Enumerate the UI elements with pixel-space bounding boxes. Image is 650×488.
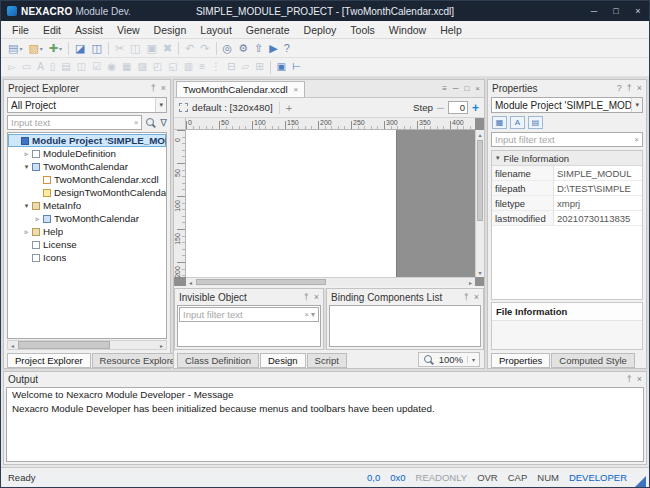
- menu-item-view[interactable]: View: [110, 21, 147, 39]
- save-button[interactable]: ◪: [73, 40, 87, 57]
- menu-item-assist[interactable]: Assist: [68, 21, 110, 39]
- property-row-lastmodified[interactable]: lastmodified20210730113835: [492, 211, 642, 226]
- tab-project-explorer[interactable]: Project Explorer: [7, 353, 91, 369]
- close-tab-icon[interactable]: ×: [294, 85, 299, 94]
- restore-window-icon[interactable]: □: [464, 84, 469, 93]
- combo-component-icon[interactable]: ◫: [75, 59, 88, 76]
- tree-item-license[interactable]: License: [8, 238, 166, 251]
- properties-filter-input[interactable]: [495, 134, 632, 145]
- scroll-right-icon[interactable]: ▸: [466, 278, 475, 286]
- textarea-component-icon[interactable]: ▤: [59, 59, 72, 76]
- paste-button[interactable]: ▣: [145, 40, 159, 57]
- tree-hscrollbar[interactable]: ◂ ▸: [7, 340, 167, 350]
- scroll-right-icon[interactable]: ▸: [157, 341, 166, 349]
- scrollbar-thumb[interactable]: [477, 140, 483, 221]
- tree-item-moduledefinition[interactable]: ▹ModuleDefinition: [8, 147, 166, 160]
- design-hscrollbar[interactable]: ◂ ▸: [186, 277, 475, 286]
- property-row-filetype[interactable]: filetypexmprj: [492, 196, 642, 211]
- zoom-control[interactable]: 100% ▾: [418, 352, 480, 367]
- delete-button[interactable]: ✖: [161, 40, 174, 57]
- add-frame-button[interactable]: +: [286, 102, 292, 114]
- tab-component-icon[interactable]: ◱: [166, 59, 179, 76]
- search-icon[interactable]: [145, 117, 157, 129]
- new-file-button[interactable]: ▤▾: [6, 40, 24, 57]
- section-collapse-icon[interactable]: ▾: [496, 154, 500, 162]
- window-list-icon[interactable]: ≡: [442, 84, 447, 93]
- add-item-button[interactable]: ✚▾: [47, 40, 64, 57]
- document-tab[interactable]: TwoMonthCalendar.xcdl ×: [176, 81, 305, 97]
- step-value[interactable]: 0: [448, 101, 468, 114]
- groupbox-component-icon[interactable]: ⊞: [253, 59, 265, 76]
- calendar-component-icon[interactable]: ▥: [182, 59, 195, 76]
- clear-search-icon[interactable]: ×: [134, 118, 139, 127]
- div-component-icon[interactable]: ◰: [151, 59, 164, 76]
- tab-class-definition[interactable]: Class Definition: [177, 353, 259, 369]
- design-canvas[interactable]: [186, 130, 397, 277]
- slider-component-icon[interactable]: ⊟: [225, 59, 237, 76]
- close-window-icon[interactable]: ×: [475, 84, 480, 93]
- close-panel-icon[interactable]: ×: [637, 84, 642, 93]
- maximize-button[interactable]: □: [605, 1, 627, 21]
- invisible-object-filter-input[interactable]: [183, 309, 302, 320]
- scroll-up-icon[interactable]: ▴: [476, 130, 484, 139]
- project-search-input[interactable]: [11, 117, 132, 128]
- listbox-component-icon[interactable]: ≡: [197, 59, 207, 76]
- close-panel-icon[interactable]: ×: [474, 293, 479, 302]
- tree-item-twomonthcalendar[interactable]: ▾TwoMonthCalendar: [8, 160, 166, 173]
- layout-manager-icon[interactable]: ▣: [275, 59, 288, 76]
- undo-button[interactable]: ↶: [183, 40, 196, 57]
- menu-item-layout[interactable]: Layout: [193, 21, 239, 39]
- tab-properties[interactable]: Properties: [491, 353, 550, 369]
- pin-icon[interactable]: †: [304, 293, 309, 302]
- frame-preset-label[interactable]: default : [320x480]: [192, 102, 273, 113]
- clear-filter-icon[interactable]: ×: [304, 310, 309, 319]
- open-button[interactable]: ▧▾: [26, 40, 44, 57]
- save-all-button[interactable]: ◫: [89, 40, 103, 57]
- deploy-button[interactable]: ⇧: [252, 40, 265, 57]
- pin-icon[interactable]: †: [627, 84, 632, 93]
- pin-icon[interactable]: †: [627, 375, 632, 384]
- step-increase-button[interactable]: +: [472, 101, 479, 115]
- progressbar-component-icon[interactable]: ▱: [239, 59, 251, 76]
- property-sheet-icon[interactable]: ▤: [528, 116, 543, 129]
- step-decrease-button[interactable]: ─: [437, 102, 444, 113]
- image-component-icon[interactable]: ▨: [135, 59, 148, 76]
- help-icon[interactable]: ?: [617, 84, 622, 93]
- output-content[interactable]: Welcome to Nexacro Module Developer - Me…: [6, 387, 644, 462]
- cut-button[interactable]: ✂: [113, 40, 126, 57]
- help-button[interactable]: ?: [282, 40, 292, 57]
- menu-item-file[interactable]: File: [5, 21, 36, 39]
- properties-section-header[interactable]: ▾ File Information: [492, 151, 642, 166]
- static-text-component-icon[interactable]: A: [35, 59, 46, 76]
- run-button[interactable]: ▶: [267, 40, 279, 57]
- search-button[interactable]: ◎: [221, 40, 235, 57]
- minimize-window-icon[interactable]: ─: [453, 84, 459, 93]
- button-component-icon[interactable]: ▭: [20, 59, 33, 76]
- alphabetical-view-icon[interactable]: A: [510, 116, 525, 129]
- tree-item-designtwomonthcalendar-js[interactable]: DesignTwoMonthCalendar.js: [8, 186, 166, 199]
- scroll-left-icon[interactable]: ◂: [186, 278, 195, 286]
- tree-item-twomonthcalendar[interactable]: ▹TwoMonthCalendar: [8, 212, 166, 225]
- menu-item-generate[interactable]: Generate: [239, 21, 297, 39]
- pin-icon[interactable]: †: [151, 84, 156, 93]
- select-tool-icon[interactable]: ▻: [6, 59, 18, 76]
- tree-item-module-project-simple-module-project[interactable]: Module Project 'SIMPLE_MODULE_PROJECT': [8, 134, 166, 147]
- scrollbar-thumb[interactable]: [196, 279, 326, 285]
- minimize-button[interactable]: ─: [583, 1, 605, 21]
- menu-item-design[interactable]: Design: [147, 21, 194, 39]
- tab-design[interactable]: Design: [260, 353, 306, 369]
- resize-grip-icon[interactable]: [635, 476, 646, 487]
- project-filter-dropdown[interactable]: All Project ▾: [7, 97, 167, 113]
- generate-button[interactable]: ⚙: [236, 40, 250, 57]
- edit-component-icon[interactable]: ▯: [48, 59, 58, 76]
- properties-target-dropdown[interactable]: Module Project 'SIMPLE_MODULE_PROJE ▾: [491, 97, 643, 113]
- pin-icon[interactable]: †: [464, 293, 469, 302]
- scroll-down-icon[interactable]: ▾: [476, 268, 484, 277]
- copy-button[interactable]: ◫: [128, 40, 142, 57]
- tree-item-twomonthcalendar-xcdl[interactable]: TwoMonthCalendar.xcdl: [8, 173, 166, 186]
- design-vscrollbar[interactable]: ▴ ▾: [475, 130, 484, 277]
- property-row-filename[interactable]: filenameSIMPLE_MODUL: [492, 166, 642, 181]
- categorized-view-icon[interactable]: ▦: [492, 116, 507, 129]
- clear-filter-icon[interactable]: ×: [634, 135, 639, 144]
- tree-item-help[interactable]: ▹Help: [8, 225, 166, 238]
